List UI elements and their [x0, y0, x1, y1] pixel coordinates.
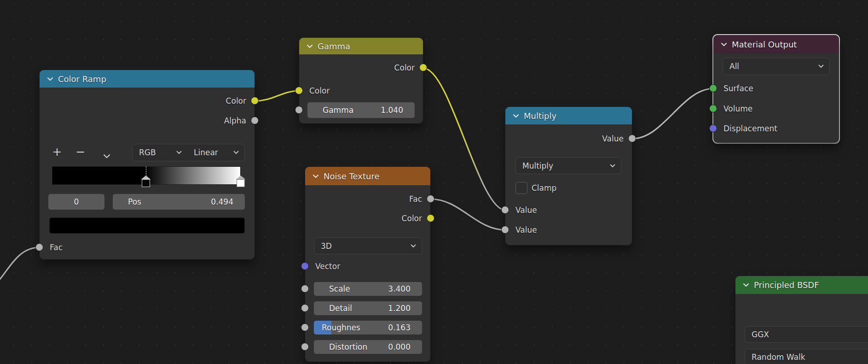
input-label-fac: Fac	[50, 242, 63, 253]
colorband-handle-guide	[146, 166, 146, 176]
socket-color-input[interactable]	[295, 87, 303, 94]
node-color-ramp[interactable]: Color Ramp Color Alpha + − RGB Linear	[40, 70, 255, 259]
detail-field[interactable]: Detail 1.200	[314, 301, 422, 315]
node-header-color-ramp[interactable]: Color Ramp	[40, 70, 255, 88]
output-label-color: Color	[394, 62, 415, 73]
socket-detail-input[interactable]	[301, 304, 309, 312]
collapse-chevron-icon[interactable]	[307, 44, 313, 48]
colorband-handle-selected-box[interactable]	[142, 179, 150, 187]
collapse-chevron-icon[interactable]	[513, 114, 519, 118]
socket-roughness-input[interactable]	[301, 323, 309, 331]
colorband-handle-right[interactable]	[236, 176, 245, 179]
target-value: All	[729, 62, 818, 71]
node-header-material-output[interactable]: Material Output	[713, 35, 839, 53]
node-title: Principled BSDF	[754, 280, 819, 290]
socket-gamma-input[interactable]	[295, 106, 303, 114]
input-label-color: Color	[309, 85, 330, 96]
node-noise-texture[interactable]: Noise Texture Fac Color 3D Vector Scale …	[305, 167, 430, 362]
scale-label: Scale	[329, 284, 388, 294]
color-mode-value: RGB	[139, 148, 176, 157]
node-editor-canvas[interactable]: Color Ramp Color Alpha + − RGB Linear	[0, 0, 868, 364]
scale-field[interactable]: Scale 3.400	[314, 282, 422, 296]
socket-fac-input[interactable]	[35, 243, 43, 251]
socket-color-output[interactable]	[419, 64, 427, 71]
color-mode-dropdown[interactable]: RGB	[132, 144, 188, 161]
stop-position-field[interactable]: Pos 0.494	[113, 194, 245, 210]
socket-displacement-input[interactable]	[709, 124, 717, 132]
dimensions-dropdown[interactable]: 3D	[314, 237, 422, 254]
stop-color-swatch[interactable]	[49, 217, 245, 234]
distortion-field[interactable]: Distortion 0.000	[314, 340, 422, 354]
chevron-down-icon	[818, 65, 824, 68]
stop-index-field[interactable]: 0	[48, 194, 104, 210]
output-label-value: Value	[602, 133, 624, 144]
input-label-volume: Volume	[723, 103, 752, 114]
input-label-value1: Value	[515, 205, 537, 216]
roughness-field[interactable]: Roughnes 0.163	[314, 321, 422, 335]
add-stop-button[interactable]: +	[47, 143, 67, 161]
collapse-chevron-icon[interactable]	[312, 174, 319, 178]
subsurface-method-value: Random Walk	[752, 352, 868, 362]
node-header-gamma[interactable]: Gamma	[299, 38, 423, 54]
socket-distortion-input[interactable]	[301, 343, 309, 351]
subsurface-method-dropdown[interactable]: Random Walk	[745, 349, 868, 364]
node-multiply[interactable]: Multiply Value Multiply Clamp Value Valu…	[505, 107, 632, 245]
socket-value1-input[interactable]	[501, 206, 509, 214]
clamp-label: Clamp	[532, 182, 556, 194]
roughness-value: 0.163	[388, 323, 411, 332]
distortion-value: 0.000	[388, 342, 411, 352]
node-gamma[interactable]: Gamma Color Color Gamma 1.040	[299, 38, 423, 123]
distribution-dropdown[interactable]: GGX	[745, 326, 868, 343]
node-principled-bsdf[interactable]: Principled BSDF GGX Random Walk	[735, 276, 868, 364]
distribution-value: GGX	[752, 330, 868, 339]
pos-label: Pos	[128, 197, 211, 206]
socket-vector-input[interactable]	[301, 262, 309, 270]
dimensions-value: 3D	[321, 241, 411, 251]
colorband-handle-right-box[interactable]	[237, 179, 245, 187]
detail-label: Detail	[329, 304, 388, 313]
socket-surface-input[interactable]	[709, 84, 717, 92]
input-label-surface: Surface	[723, 83, 753, 94]
socket-color-output[interactable]	[427, 214, 434, 222]
wire-gamma-color-to-multiply-value1[interactable]	[423, 68, 505, 210]
node-title: Noise Texture	[324, 171, 380, 181]
node-header-noise-texture[interactable]: Noise Texture	[305, 167, 430, 185]
wire-multiply-value-to-output-surface[interactable]	[632, 88, 714, 139]
node-title: Multiply	[524, 111, 556, 121]
roughness-label: Roughnes	[322, 323, 388, 332]
output-label-color: Color	[226, 95, 246, 106]
node-header-multiply[interactable]: Multiply	[505, 107, 632, 124]
remove-stop-button[interactable]: −	[70, 143, 91, 161]
input-label-value2: Value	[515, 224, 537, 235]
gamma-label: Gamma	[323, 106, 381, 115]
collapse-chevron-icon[interactable]	[47, 77, 53, 81]
target-dropdown[interactable]: All	[723, 58, 830, 75]
node-header-principled-bsdf[interactable]: Principled BSDF	[735, 276, 868, 294]
interpolation-dropdown[interactable]: Linear	[187, 144, 245, 161]
node-title: Color Ramp	[58, 74, 106, 84]
socket-scale-input[interactable]	[301, 285, 309, 293]
colorband-handle-selected[interactable]	[141, 176, 150, 179]
interpolation-value: Linear	[194, 148, 233, 157]
output-label-fac: Fac	[409, 194, 422, 205]
socket-alpha-output[interactable]	[251, 117, 259, 124]
chevron-down-icon	[176, 151, 182, 154]
clamp-checkbox[interactable]	[515, 182, 527, 194]
distortion-label: Distortion	[329, 342, 388, 352]
chevron-down-icon	[233, 151, 239, 154]
operation-dropdown[interactable]: Multiply	[515, 157, 621, 174]
pos-value: 0.494	[211, 197, 233, 206]
detail-value: 1.200	[388, 304, 411, 313]
ramp-options-button[interactable]	[97, 146, 117, 164]
collapse-chevron-icon[interactable]	[721, 42, 727, 47]
socket-volume-input[interactable]	[709, 105, 717, 112]
socket-value-output[interactable]	[628, 135, 636, 142]
socket-value2-input[interactable]	[501, 226, 509, 234]
output-label-alpha: Alpha	[224, 115, 246, 126]
node-material-output[interactable]: Material Output All Surface Volume Displ…	[713, 35, 839, 143]
gamma-value-field[interactable]: Gamma 1.040	[307, 102, 415, 118]
socket-fac-output[interactable]	[427, 195, 434, 203]
socket-color-output[interactable]	[251, 97, 259, 105]
node-title: Gamma	[318, 41, 350, 51]
collapse-chevron-icon[interactable]	[743, 283, 749, 287]
